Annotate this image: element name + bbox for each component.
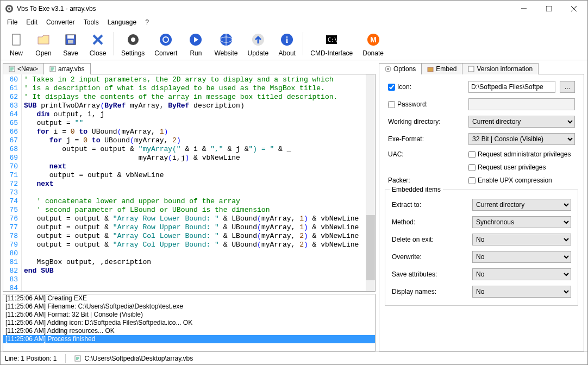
toolbar-label: Close	[90, 49, 107, 57]
method-label: Method:	[392, 218, 468, 226]
toolbar-label: Settings	[121, 49, 145, 57]
statusbar: Line: 1 Position: 1 C:\Users\Softpedia\D…	[1, 351, 587, 364]
icon-checkbox[interactable]: Icon:	[388, 83, 464, 91]
toolbar-convert-button[interactable]: Convert	[149, 29, 182, 59]
toolbar-label: Convert	[154, 49, 177, 57]
vertical-scrollbar[interactable]	[366, 74, 375, 291]
console-line[interactable]: [11:25:06 AM] Adding icon: D:\Softpedia …	[3, 319, 375, 327]
tab-embed-label: Embed	[436, 65, 456, 73]
extract-label: Extract to:	[392, 201, 468, 209]
line-gutter: 6061626364656667686970717273747576777879…	[3, 74, 22, 291]
overwrite-label: Overwrite:	[392, 253, 468, 261]
console-line[interactable]: [11:25:06 AM] Format: 32 Bit | Console (…	[3, 311, 375, 319]
toolbar-label: Run	[190, 49, 202, 57]
console-line[interactable]: [11:25:06 AM] Filename: C:\Users\Softped…	[3, 303, 375, 311]
svg-rect-10	[68, 40, 73, 43]
toolbar-label: About	[279, 49, 296, 57]
options-tabs: Options Embed Version information	[379, 61, 584, 74]
svg-rect-7	[12, 34, 20, 45]
app-icon	[5, 4, 14, 13]
svg-rect-4	[546, 6, 552, 11]
icon-path-input[interactable]	[468, 81, 555, 93]
toolbar-save-button[interactable]: Save	[57, 29, 84, 59]
settings-icon	[124, 31, 142, 48]
website-icon	[217, 31, 235, 48]
editor-tabs: <New> array.vbs	[3, 61, 376, 74]
format-select[interactable]: 32 Bit | Console (Visible)	[468, 133, 575, 145]
svg-point-14	[131, 37, 135, 42]
method-select[interactable]: Synchronous	[472, 216, 571, 228]
toolbar-close-button[interactable]: Close	[84, 29, 111, 59]
menu-edit[interactable]: Edit	[22, 17, 42, 27]
tab-file-label: array.vbs	[58, 65, 84, 73]
run-icon	[187, 31, 204, 48]
main-area: <New> array.vbs 606162636465666768697071…	[1, 60, 587, 351]
toolbar-run-button[interactable]: Run	[182, 29, 209, 59]
app-window: Vbs To Exe v3.1 - array.vbs File Edit Co…	[0, 0, 588, 365]
toolbar-update-button[interactable]: Update	[243, 29, 274, 59]
toolbar: NewOpenSaveCloseSettingsConvertRunWebsit…	[1, 28, 587, 60]
toolbar-settings-button[interactable]: Settings	[116, 29, 149, 59]
svg-rect-32	[468, 66, 474, 72]
tab-new[interactable]: <New>	[3, 63, 44, 74]
info-icon	[468, 66, 474, 72]
svg-point-30	[387, 68, 389, 70]
uac-admin-checkbox[interactable]	[468, 151, 476, 158]
minimize-button[interactable]	[511, 1, 536, 17]
toolbar-new-button[interactable]: New	[3, 29, 30, 59]
convert-icon	[157, 31, 174, 48]
menu-tools[interactable]: Tools	[79, 17, 103, 27]
file-path: C:\Users\Softpedia\Desktop\array.vbs	[74, 355, 193, 362]
menu-help[interactable]: ?	[141, 17, 153, 27]
new-icon	[8, 31, 25, 48]
saveattr-label: Save attributes:	[392, 270, 468, 278]
upx-checkbox[interactable]	[468, 177, 476, 184]
workdir-select[interactable]: Current directory	[468, 116, 575, 128]
toolbar-cmd-button[interactable]: C:\CMD-Interface	[305, 29, 358, 59]
code-editor[interactable]: 6061626364656667686970717273747576777879…	[3, 74, 376, 292]
menu-file[interactable]: File	[3, 17, 22, 27]
code-area[interactable]: ' Takes in 2 input parameters, the 2D ar…	[22, 74, 366, 291]
options-panel: Icon: ... Password: Working directory: C…	[379, 74, 584, 351]
cmd-icon: C:\	[323, 31, 340, 48]
dispnames-label: Display names:	[392, 288, 468, 295]
browse-icon-button[interactable]: ...	[560, 81, 575, 93]
uac-user-checkbox[interactable]	[468, 164, 476, 171]
output-console[interactable]: [11:25:06 AM] Creating EXE[11:25:06 AM] …	[3, 294, 376, 351]
console-line[interactable]: [11:25:06 AM] Creating EXE	[3, 294, 375, 303]
toolbar-open-button[interactable]: Open	[30, 29, 57, 59]
toolbar-label: Open	[35, 49, 51, 57]
dispnames-select[interactable]: No	[472, 286, 571, 298]
console-line[interactable]: [11:25:06 AM] Adding resources... OK	[3, 327, 375, 335]
console-line[interactable]: [11:25:06 AM] Process finished	[3, 335, 375, 343]
extract-select[interactable]: Current directory	[472, 199, 571, 211]
embedded-fieldset: Embedded items Extract to: Current direc…	[385, 190, 578, 306]
tab-new-label: <New>	[17, 65, 38, 73]
close-button[interactable]	[561, 1, 586, 17]
menu-language[interactable]: Language	[103, 17, 141, 27]
password-checkbox[interactable]: Password:	[388, 100, 464, 108]
toolbar-donate-button[interactable]: MDonate	[358, 29, 389, 59]
left-pane: <New> array.vbs 606162636465666768697071…	[1, 60, 376, 351]
box-icon	[427, 66, 434, 72]
maximize-button[interactable]	[536, 1, 561, 17]
tab-options[interactable]: Options	[379, 63, 422, 74]
donate-icon: M	[365, 31, 382, 48]
script-icon	[9, 66, 15, 72]
window-title: Vbs To Exe v3.1 - array.vbs	[17, 5, 511, 12]
svg-point-15	[160, 34, 172, 46]
toolbar-label: Update	[248, 49, 269, 57]
tab-embed[interactable]: Embed	[421, 63, 462, 74]
tab-version[interactable]: Version information	[462, 63, 539, 74]
toolbar-website-button[interactable]: Website	[209, 29, 242, 59]
delete-select[interactable]: No	[472, 234, 571, 246]
cursor-position: Line: 1 Position: 1	[5, 355, 57, 362]
saveattr-select[interactable]: No	[472, 268, 571, 280]
toolbar-label: New	[10, 49, 23, 57]
overwrite-select[interactable]: No	[472, 251, 571, 263]
menu-converter[interactable]: Converter	[42, 17, 79, 27]
password-input[interactable]	[468, 98, 575, 110]
svg-text:M: M	[370, 35, 377, 44]
toolbar-about-button[interactable]: iAbout	[273, 29, 301, 59]
tab-arrayvbs[interactable]: array.vbs	[43, 63, 90, 74]
